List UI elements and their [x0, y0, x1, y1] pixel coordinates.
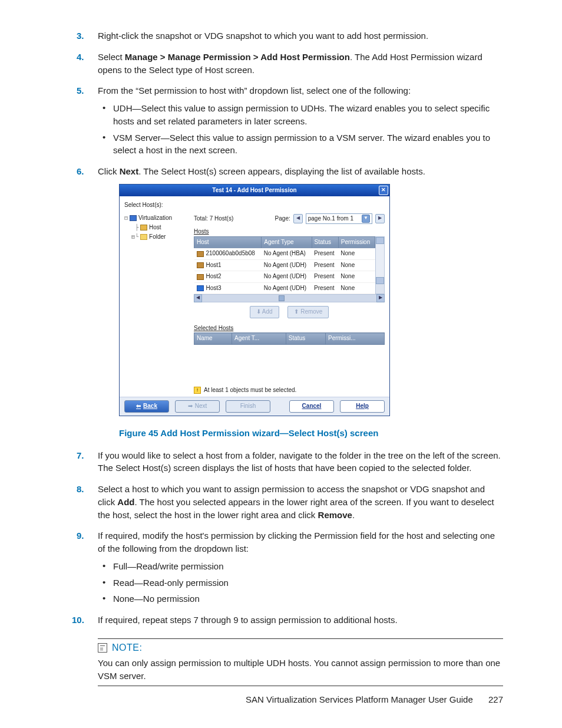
step-bold: Next [120, 166, 139, 176]
table-header-row: Host Agent Type Status Permission [194, 236, 375, 248]
document-page: Right-click the snapshot or VDG snapshot… [0, 0, 562, 728]
h-scroll-track[interactable] [202, 294, 376, 302]
step-text: If required, repeat steps 7 through 9 to… [98, 615, 398, 625]
scroll-left-button[interactable]: ◀ [194, 294, 202, 302]
note-icon [98, 643, 107, 653]
selected-hosts-label: Selected Hosts [194, 324, 385, 333]
cell: Host1 [206, 262, 222, 268]
tree-label: Virtualization [138, 213, 172, 223]
note-heading: NOTE: [98, 643, 503, 653]
selected-hosts-table[interactable]: Name Agent T... Status Permissi... [194, 332, 385, 345]
note-title: NOTE: [112, 643, 142, 653]
hosts-section-label: Hosts [194, 228, 385, 236]
page-select[interactable]: page No.1 from 1 ▼ [306, 213, 372, 225]
step-bold: Manage > Manage Permission > Add Host Pe… [125, 52, 350, 62]
bullet-text: UDH—Select this value to assign permissi… [113, 103, 490, 126]
page-label: Page: [275, 215, 290, 223]
remove-button[interactable]: ⬆ Remove [287, 306, 329, 318]
horizontal-scrollbar[interactable]: ◀ ▶ [194, 294, 385, 302]
cell: Present [312, 282, 338, 294]
bullet-text: Full—Read/write permission [113, 561, 224, 571]
col-name[interactable]: Name [194, 333, 232, 345]
wizard-figure: Test 14 - Add Host Permission ✕ Select H… [119, 184, 503, 416]
step-bold: Remove [318, 510, 352, 520]
step-text: . The host you selected appears in the l… [98, 497, 494, 520]
bullet-full: Full—Read/write permission [103, 560, 503, 573]
bullet-text: Read—Read-only permission [113, 578, 229, 588]
table-row[interactable]: Host3 No Agent (UDH) Present None [194, 282, 375, 294]
wizard-body: Select Host(s): ⊟Virtualization ├Host [120, 196, 389, 397]
next-button[interactable]: ➡Next [175, 400, 220, 413]
cell: Present [312, 259, 338, 271]
page-select-value: page No.1 from 1 [308, 215, 353, 223]
bullet-read: Read—Read-only permission [103, 577, 503, 589]
step-7: If you would like to select a host from … [77, 449, 503, 475]
col-agent[interactable]: Agent Type [262, 236, 312, 248]
vertical-scrollbar[interactable] [375, 236, 385, 295]
bullet-text: None—No permission [113, 594, 200, 604]
tree-host[interactable]: ├Host [135, 223, 188, 232]
arrow-left-icon: ⬅ [136, 402, 141, 411]
add-button[interactable]: ⬇ Add [250, 306, 279, 318]
tree-root[interactable]: ⊟Virtualization [124, 213, 188, 223]
cell: Present [312, 271, 338, 283]
step-text: If required, modify the host's permissio… [98, 531, 495, 554]
bullet-none: None—No permission [103, 592, 503, 605]
select-hosts-label: Select Host(s): [124, 201, 385, 210]
page-next-button[interactable]: ▶ [375, 214, 385, 223]
hosts-table[interactable]: Host Agent Type Status Permission 210006… [194, 236, 375, 295]
step-text: . [352, 510, 355, 520]
tree-folder[interactable]: ⊞└Folder [131, 232, 188, 242]
table-row[interactable]: 2100060ab0d5b08 No Agent (HBA) Present N… [194, 248, 375, 260]
step-6: Click Next. The Select Host(s) screen ap… [77, 165, 503, 440]
cancel-button[interactable]: Cancel [289, 400, 334, 413]
host-icon [197, 262, 204, 268]
page-prev-button[interactable]: ◀ [293, 214, 303, 223]
col-status[interactable]: Status [312, 236, 338, 248]
tree-label: Host [149, 223, 161, 232]
pager: Total: 7 Host(s) Page: ◀ page No.1 from … [194, 213, 385, 225]
scroll-up-button[interactable] [376, 237, 384, 244]
page-footer: SAN Virtualization Services Platform Man… [246, 694, 503, 704]
server-icon [130, 215, 137, 221]
host-icon [197, 251, 204, 257]
cell: None [338, 248, 375, 260]
help-button[interactable]: Help [340, 400, 385, 413]
step-3: Right-click the snapshot or VDG snapshot… [77, 29, 503, 42]
table-row[interactable]: Host2 No Agent (UDH) Present None [194, 271, 375, 283]
host-icon [197, 285, 204, 291]
table-row[interactable]: Host1 No Agent (UDH) Present None [194, 259, 375, 271]
scroll-down-button[interactable] [376, 277, 384, 284]
wizard-title: Test 14 - Add Host Permission [212, 187, 296, 193]
col-permission[interactable]: Permission [338, 236, 375, 248]
step-text: From the “Set permission to host with” d… [98, 85, 411, 95]
close-icon[interactable]: ✕ [379, 186, 388, 195]
host-icon [197, 274, 204, 280]
back-button[interactable]: ⬅Back [124, 400, 169, 413]
figure-caption: Figure 45 Add Host Permission wizard—Sel… [119, 427, 503, 440]
step-9-sublist: Full—Read/write permission Read—Read-onl… [103, 560, 503, 605]
scroll-track[interactable] [376, 244, 384, 277]
cell: Present [312, 248, 338, 260]
host-tree[interactable]: ⊟Virtualization ├Host ⊞└Folder [124, 213, 188, 395]
bullet-vsm: VSM Server—Select this value to assign p… [103, 131, 503, 157]
finish-button[interactable]: Finish [226, 400, 270, 413]
cell: None [338, 271, 375, 283]
wizard-window: Test 14 - Add Host Permission ✕ Select H… [119, 184, 390, 416]
cell: 2100060ab0d5b08 [206, 250, 255, 256]
scroll-right-button[interactable]: ▶ [376, 294, 385, 302]
col-permission[interactable]: Permissi... [325, 333, 384, 345]
cell: Host3 [206, 285, 222, 291]
validation-warning: ! At least 1 objects must be selected. [194, 386, 385, 395]
arrow-right-icon: ➡ [188, 402, 193, 411]
col-host[interactable]: Host [194, 236, 262, 248]
tree-label: Folder [149, 232, 166, 242]
wizard-footer: ⬅Back ➡Next Finish Cancel Help [120, 397, 389, 416]
step-4: Select Manage > Manage Permission > Add … [77, 51, 503, 77]
bullet-udh: UDH—Select this value to assign permissi… [103, 102, 503, 128]
col-status[interactable]: Status [286, 333, 325, 345]
col-agent[interactable]: Agent T... [232, 333, 286, 345]
table-header-row: Name Agent T... Status Permissi... [194, 333, 385, 345]
steps-list: Right-click the snapshot or VDG snapshot… [77, 29, 503, 627]
h-scroll-thumb[interactable] [279, 295, 285, 301]
